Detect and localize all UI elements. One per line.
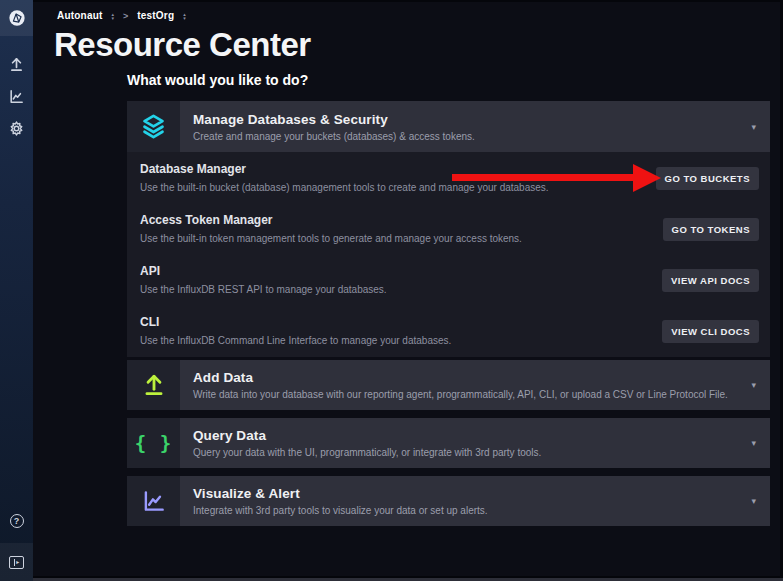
data-explorer-graph-icon[interactable]: [0, 80, 33, 112]
section-description: Write data into your database with our r…: [193, 389, 736, 400]
page-background: Autonaut > testOrg Resource Center What …: [2, 2, 780, 576]
line-chart-icon: [127, 476, 180, 526]
section-description: Integrate with 3rd party tools to visual…: [193, 505, 736, 516]
view-api-docs-button[interactable]: VIEW API DOCS: [662, 269, 759, 292]
section-title: Manage Databases & Security: [193, 112, 736, 127]
expand-panel-icon[interactable]: ▸: [0, 543, 33, 581]
row-cli: CLI Use the InfluxDB Command Line Interf…: [140, 305, 759, 356]
section-title: Add Data: [193, 370, 736, 385]
section-description: Query your data with the UI, programmati…: [193, 447, 736, 458]
layers-buckets-icon: [127, 101, 180, 152]
breadcrumb-org[interactable]: Autonaut: [57, 10, 102, 21]
section-description: Create and manage your buckets (database…: [193, 131, 736, 142]
upload-data-icon[interactable]: [0, 48, 33, 80]
resource-sections: Manage Databases & Security Create and m…: [127, 101, 770, 526]
section-title: Query Data: [193, 428, 736, 443]
project-selector-icon[interactable]: [183, 12, 186, 20]
row-database-manager: Database Manager Use the built-in bucket…: [140, 152, 759, 203]
org-selector-icon[interactable]: [111, 12, 114, 20]
section-visualize-alert-text: Visualize & Alert Integrate with 3rd par…: [180, 476, 770, 526]
breadcrumb-separator: >: [123, 11, 128, 21]
section-visualize-alert-header[interactable]: Visualize & Alert Integrate with 3rd par…: [127, 476, 770, 526]
chevron-down-icon[interactable]: [751, 438, 756, 448]
chevron-down-icon[interactable]: [751, 380, 756, 390]
row-access-token-manager: Access Token Manager Use the built-in to…: [140, 203, 759, 254]
go-to-buckets-button[interactable]: GO TO BUCKETS: [656, 167, 760, 190]
go-to-tokens-button[interactable]: GO TO TOKENS: [663, 218, 760, 241]
sidebar-nav: [0, 48, 33, 144]
chevron-down-icon[interactable]: [751, 122, 756, 132]
breadcrumb-project[interactable]: testOrg: [137, 10, 174, 21]
section-add-data-header[interactable]: Add Data Write data into your database w…: [127, 360, 770, 410]
help-question-icon[interactable]: ?: [0, 499, 33, 543]
curly-braces-icon: { }: [127, 418, 180, 468]
row-api: API Use the InfluxDB REST API to manage …: [140, 254, 759, 305]
chevron-down-icon[interactable]: [751, 496, 756, 506]
breadcrumb: Autonaut > testOrg: [57, 10, 186, 21]
influxdb-logo[interactable]: [0, 0, 33, 36]
view-cli-docs-button[interactable]: VIEW CLI DOCS: [662, 320, 759, 343]
sidebar-spacer: [0, 144, 33, 499]
section-title: Visualize & Alert: [193, 486, 736, 501]
upload-arrow-icon: [127, 360, 180, 410]
section-query-data-header[interactable]: { } Query Data Query your data with the …: [127, 418, 770, 468]
section-manage-databases-text: Manage Databases & Security Create and m…: [180, 101, 770, 152]
section-manage-databases-header[interactable]: Manage Databases & Security Create and m…: [127, 101, 770, 152]
page-title: Resource Center: [54, 26, 311, 64]
manage-databases-panel: Database Manager Use the built-in bucket…: [127, 152, 770, 357]
section-add-data-text: Add Data Write data into your database w…: [180, 360, 770, 410]
settings-gear-icon[interactable]: [0, 112, 33, 144]
section-query-data-text: Query Data Query your data with the UI, …: [180, 418, 770, 468]
app-window: Autonaut > testOrg Resource Center What …: [0, 0, 783, 581]
sidebar: ? ▸: [0, 0, 33, 581]
page-subtitle: What would you like to do?: [127, 72, 308, 88]
